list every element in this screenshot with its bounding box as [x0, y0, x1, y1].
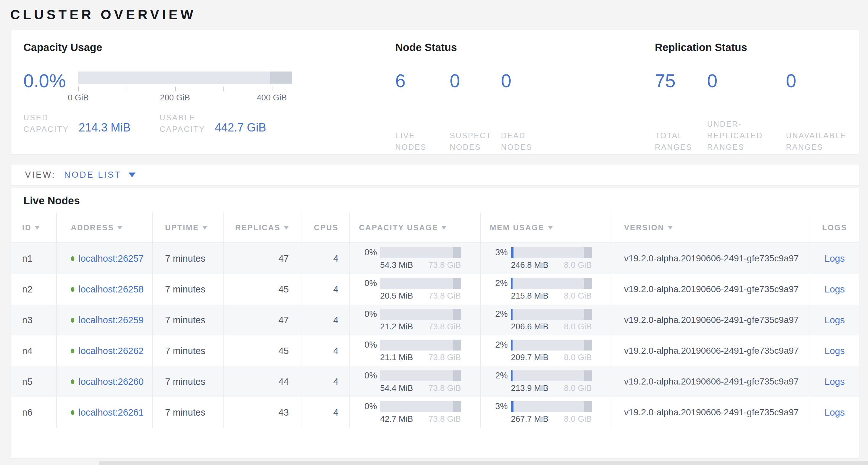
node-id-cell: n1: [10, 243, 56, 274]
node-version-cell: v19.2.0-alpha.20190606-2491-gfe735c9a97: [611, 397, 810, 428]
node-version-cell: v19.2.0-alpha.20190606-2491-gfe735c9a97: [611, 274, 810, 304]
node-version-cell: v19.2.0-alpha.20190606-2491-gfe735c9a97: [611, 336, 810, 366]
chevron-down-icon[interactable]: [128, 173, 135, 177]
live-nodes-label: LIVE NODES: [395, 130, 450, 153]
sort-caret-icon: [35, 226, 40, 230]
logs-link[interactable]: Logs: [825, 407, 845, 418]
node-logs-cell: Logs: [810, 304, 859, 336]
mem-used-value: 267.7 MiB: [511, 414, 549, 424]
node-replicas-cell: 47: [223, 304, 302, 336]
axis-tick-label: 400 GiB: [257, 93, 287, 103]
mem-percent: 2%: [490, 340, 508, 350]
node-uptime-cell: 7 minutes: [152, 274, 223, 304]
node-logs-cell: Logs: [810, 397, 859, 428]
node-address-cell: localhost:26261: [56, 397, 152, 428]
node-version-cell: v19.2.0-alpha.20190606-2491-gfe735c9a97: [611, 366, 810, 397]
column-header-mem-usage[interactable]: MEM USAGE: [480, 213, 611, 242]
node-replicas-cell: 44: [223, 366, 302, 397]
table-row: n4 localhost:26262 7 minutes 45 4 0%: [10, 336, 859, 366]
view-dropdown[interactable]: NODE LIST: [64, 170, 122, 180]
live-status-dot-icon: [71, 318, 74, 323]
live-status-dot-icon: [71, 287, 74, 292]
axis-tick: [272, 87, 273, 91]
capacity-total-value: 73.8 GiB: [429, 414, 461, 424]
mem-reserved-segment: [584, 278, 592, 289]
mem-used-value: 215.8 MiB: [511, 291, 549, 301]
capacity-usage-bar: [380, 401, 461, 412]
column-header-version[interactable]: VERSION: [611, 213, 810, 242]
logs-link[interactable]: Logs: [825, 346, 845, 356]
total-ranges-value: 75: [655, 71, 707, 90]
node-cpus-cell: 4: [302, 397, 349, 428]
node-address-cell: localhost:26259: [56, 304, 152, 336]
column-header-uptime[interactable]: UPTIME: [152, 213, 223, 242]
axis-tick: [78, 87, 79, 91]
live-nodes-value: 6: [395, 71, 450, 90]
sort-caret-icon: [668, 226, 673, 230]
column-header-replicas[interactable]: REPLICAS: [223, 213, 302, 242]
mem-used-value: 213.9 MiB: [511, 383, 549, 393]
capacity-bar: 0 GiB200 GiB400 GiB: [78, 71, 292, 101]
logs-link[interactable]: Logs: [825, 377, 845, 387]
node-logs-cell: Logs: [810, 366, 859, 397]
column-header-address[interactable]: ADDRESS: [56, 213, 152, 242]
live-status-dot-icon: [71, 256, 74, 261]
node-address-link[interactable]: localhost:26262: [79, 346, 144, 356]
replication-status-title: Replication Status: [655, 41, 859, 54]
mem-reserved-segment: [584, 309, 592, 320]
bottom-edge-strip: [99, 461, 868, 465]
node-capacity-usage-cell: 0% 20.5 MiB 73.8 GiB: [349, 274, 480, 304]
node-cpus-cell: 4: [302, 304, 349, 336]
unavailable-ranges-label: UNAVAILABLE RANGES: [786, 130, 846, 153]
mem-total-value: 8.0 GiB: [564, 383, 592, 393]
mem-usage-bar: [511, 278, 592, 289]
table-header-row: ID ADDRESS UPTIME REPLICAS CPUS CAPACITY…: [10, 213, 859, 243]
capacity-percent: 0%: [359, 370, 377, 381]
column-header-id[interactable]: ID: [10, 213, 56, 242]
node-id-cell: n2: [10, 274, 56, 304]
node-address-link[interactable]: localhost:26259: [79, 315, 144, 325]
node-id-cell: n4: [10, 336, 56, 366]
capacity-total-value: 73.8 GiB: [429, 352, 461, 362]
logs-link[interactable]: Logs: [825, 315, 845, 325]
capacity-total-value: 73.8 GiB: [429, 383, 461, 393]
mem-percent: 2%: [490, 309, 508, 319]
unavailable-ranges-stat: 0 UNAVAILABLE RANGES: [786, 71, 846, 153]
node-uptime-cell: 7 minutes: [152, 243, 223, 274]
node-address-link[interactable]: localhost:26261: [79, 407, 144, 418]
capacity-reserved-segment: [453, 278, 461, 289]
table-row: n1 localhost:26257 7 minutes 47 4 0%: [10, 243, 859, 274]
node-cpus-cell: 4: [302, 243, 349, 274]
capacity-usage-section: Capacity Usage 0.0% 0 GiB200 GiB400 GiB …: [23, 41, 392, 154]
node-address-link[interactable]: localhost:26260: [79, 377, 144, 387]
used-capacity-label: USED CAPACITY: [23, 112, 69, 135]
node-replicas-cell: 45: [223, 336, 302, 366]
capacity-used-value: 21.1 MiB: [380, 352, 413, 362]
node-logs-cell: Logs: [810, 274, 859, 304]
logs-link[interactable]: Logs: [825, 253, 845, 264]
node-capacity-usage-cell: 0% 21.1 MiB 73.8 GiB: [349, 336, 480, 366]
node-uptime-cell: 7 minutes: [152, 397, 223, 428]
node-capacity-usage-cell: 0% 21.2 MiB 73.8 GiB: [349, 304, 480, 336]
live-nodes-card: Live Nodes ID ADDRESS UPTIME REPLICAS CP…: [10, 187, 859, 458]
table-row: n3 localhost:26259 7 minutes 47 4 0%: [10, 304, 859, 336]
used-capacity-value: 214.3 MiB: [79, 121, 130, 135]
mem-usage-bar: [511, 247, 592, 258]
mem-total-value: 8.0 GiB: [564, 260, 592, 270]
capacity-percent-value: 0.0%: [23, 71, 78, 90]
logs-link[interactable]: Logs: [825, 284, 845, 295]
node-version-cell: v19.2.0-alpha.20190606-2491-gfe735c9a97: [611, 243, 810, 274]
node-address-link[interactable]: localhost:26257: [79, 253, 144, 264]
table-row: n5 localhost:26260 7 minutes 44 4 0%: [10, 366, 859, 397]
capacity-reserved-segment: [453, 247, 461, 258]
axis-tick: [223, 87, 224, 91]
suspect-nodes-value: 0: [450, 71, 501, 90]
node-replicas-cell: 43: [223, 397, 302, 428]
column-header-capacity-usage[interactable]: CAPACITY USAGE: [349, 213, 480, 242]
node-address-cell: localhost:26257: [56, 243, 152, 274]
mem-usage-bar: [511, 370, 592, 381]
usable-capacity-value: 442.7 GiB: [215, 121, 266, 135]
mem-usage-bar: [511, 340, 592, 350]
dead-nodes-label: DEAD NODES: [501, 130, 532, 153]
node-address-link[interactable]: localhost:26258: [79, 284, 144, 295]
